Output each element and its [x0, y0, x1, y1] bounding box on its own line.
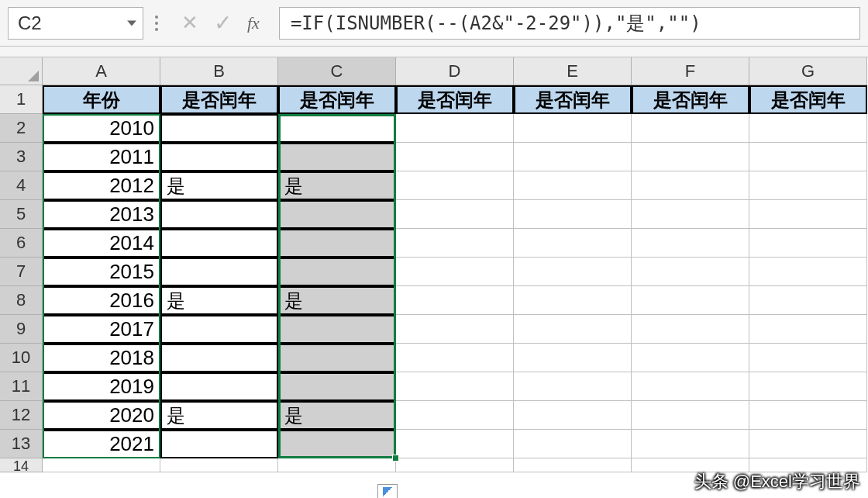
- cell-A7[interactable]: 2015: [43, 258, 160, 286]
- cell-D6[interactable]: [396, 229, 514, 258]
- cell-E4[interactable]: [514, 171, 632, 200]
- cell-C13[interactable]: [278, 430, 396, 458]
- column-header-D[interactable]: D: [396, 57, 514, 85]
- cell-B10[interactable]: [160, 344, 278, 372]
- cell-E9[interactable]: [514, 315, 632, 344]
- cell-E3[interactable]: [514, 143, 632, 171]
- cell-F11[interactable]: [632, 372, 749, 401]
- cell-G7[interactable]: [749, 258, 867, 286]
- cell-B9[interactable]: [160, 315, 278, 344]
- cell-B14[interactable]: [160, 458, 278, 472]
- cell-D11[interactable]: [396, 372, 514, 401]
- cell-D9[interactable]: [396, 315, 514, 344]
- cell-G11[interactable]: [749, 372, 867, 401]
- cell-G9[interactable]: [749, 315, 867, 344]
- header-cell-A[interactable]: 年份: [43, 85, 160, 114]
- cell-B2[interactable]: [160, 114, 278, 143]
- row-header-9[interactable]: 9: [0, 315, 43, 344]
- cell-G8[interactable]: [749, 286, 867, 315]
- row-header-11[interactable]: 11: [0, 372, 43, 401]
- cell-D14[interactable]: [396, 458, 514, 472]
- cell-E11[interactable]: [514, 372, 632, 401]
- formula-input[interactable]: =IF(ISNUMBER(--(A2&"-2-29")),"是",""): [279, 7, 860, 40]
- cell-C6[interactable]: [278, 229, 396, 258]
- cell-B13[interactable]: [160, 430, 278, 458]
- row-header-3[interactable]: 3: [0, 143, 43, 171]
- check-icon[interactable]: ✓: [214, 10, 232, 36]
- select-all-corner[interactable]: [0, 57, 43, 85]
- row-header-8[interactable]: 8: [0, 286, 43, 315]
- cell-A11[interactable]: 2019: [43, 372, 160, 401]
- cell-D4[interactable]: [396, 171, 514, 200]
- cell-F6[interactable]: [632, 229, 749, 258]
- cell-A3[interactable]: 2011: [43, 143, 160, 171]
- row-header-13[interactable]: 13: [0, 430, 43, 458]
- cell-E7[interactable]: [514, 258, 632, 286]
- cell-A6[interactable]: 2014: [43, 229, 160, 258]
- cell-D10[interactable]: [396, 344, 514, 372]
- row-header-6[interactable]: 6: [0, 229, 43, 258]
- row-header-14[interactable]: 14: [0, 458, 43, 472]
- cell-F12[interactable]: [632, 401, 749, 430]
- cell-E6[interactable]: [514, 229, 632, 258]
- cell-C8[interactable]: 是: [278, 286, 396, 315]
- cell-B11[interactable]: [160, 372, 278, 401]
- cell-C10[interactable]: [278, 344, 396, 372]
- cell-C11[interactable]: [278, 372, 396, 401]
- cell-F4[interactable]: [632, 171, 749, 200]
- cell-B12[interactable]: 是: [160, 401, 278, 430]
- cell-C5[interactable]: [278, 200, 396, 229]
- cell-B4[interactable]: 是: [160, 171, 278, 200]
- row-header-4[interactable]: 4: [0, 171, 43, 200]
- fx-label[interactable]: fx: [247, 13, 260, 33]
- cell-C12[interactable]: 是: [278, 401, 396, 430]
- cell-D7[interactable]: [396, 258, 514, 286]
- header-cell-C[interactable]: 是否闰年: [278, 85, 396, 114]
- column-header-G[interactable]: G: [749, 57, 867, 85]
- cell-F13[interactable]: [632, 430, 749, 458]
- cell-F2[interactable]: [632, 114, 749, 143]
- row-header-10[interactable]: 10: [0, 344, 43, 372]
- cell-D8[interactable]: [396, 286, 514, 315]
- cell-A4[interactable]: 2012: [43, 171, 160, 200]
- cell-A8[interactable]: 2016: [43, 286, 160, 315]
- cell-A12[interactable]: 2020: [43, 401, 160, 430]
- row-header-12[interactable]: 12: [0, 401, 43, 430]
- cell-A13[interactable]: 2021: [43, 430, 160, 458]
- cell-G13[interactable]: [749, 430, 867, 458]
- cell-A14[interactable]: [43, 458, 160, 472]
- cell-E10[interactable]: [514, 344, 632, 372]
- header-cell-D[interactable]: 是否闰年: [396, 85, 514, 114]
- cell-A9[interactable]: 2017: [43, 315, 160, 344]
- cell-F8[interactable]: [632, 286, 749, 315]
- header-cell-F[interactable]: 是否闰年: [632, 85, 749, 114]
- row-header-1[interactable]: 1: [0, 85, 43, 114]
- column-header-A[interactable]: A: [43, 57, 160, 85]
- header-cell-G[interactable]: 是否闰年: [749, 85, 867, 114]
- cell-G10[interactable]: [749, 344, 867, 372]
- cell-D3[interactable]: [396, 143, 514, 171]
- row-header-2[interactable]: 2: [0, 114, 43, 143]
- column-header-B[interactable]: B: [160, 57, 278, 85]
- cell-G12[interactable]: [749, 401, 867, 430]
- cell-C9[interactable]: [278, 315, 396, 344]
- cancel-icon[interactable]: ✕: [181, 11, 198, 35]
- row-header-5[interactable]: 5: [0, 200, 43, 229]
- cell-E2[interactable]: [514, 114, 632, 143]
- cell-F9[interactable]: [632, 315, 749, 344]
- cell-B8[interactable]: 是: [160, 286, 278, 315]
- cell-D12[interactable]: [396, 401, 514, 430]
- cell-B6[interactable]: [160, 229, 278, 258]
- cell-G4[interactable]: [749, 171, 867, 200]
- cell-G3[interactable]: [749, 143, 867, 171]
- column-header-C[interactable]: C: [278, 57, 396, 85]
- row-header-7[interactable]: 7: [0, 258, 43, 286]
- cell-G6[interactable]: [749, 229, 867, 258]
- cell-D13[interactable]: [396, 430, 514, 458]
- cell-E12[interactable]: [514, 401, 632, 430]
- chevron-down-icon[interactable]: [127, 20, 136, 26]
- cell-B3[interactable]: [160, 143, 278, 171]
- cell-E13[interactable]: [514, 430, 632, 458]
- expand-dots-icon[interactable]: [155, 16, 158, 31]
- cell-G5[interactable]: [749, 200, 867, 229]
